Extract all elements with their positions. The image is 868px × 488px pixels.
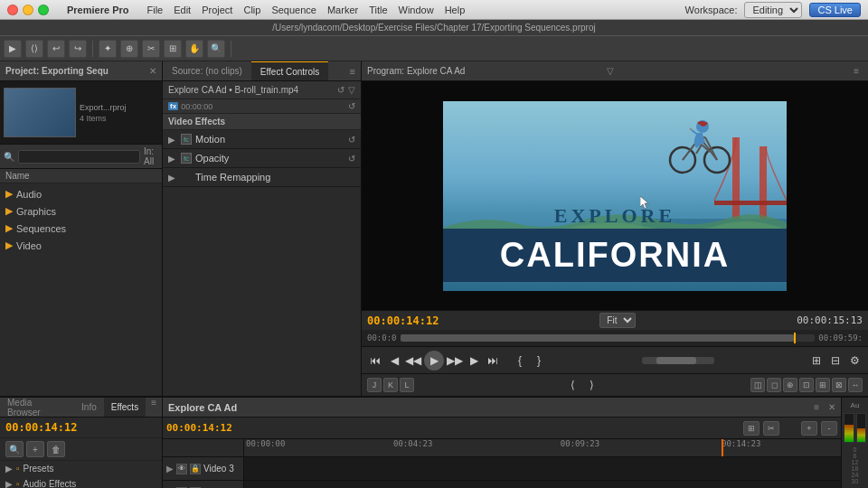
monitor-fit-select[interactable]: Fit [599,313,636,328]
effect-options-icon[interactable]: ▽ [348,85,355,95]
effect-controls-menu[interactable]: ≡ [344,66,361,77]
mark-out-btn[interactable]: } [531,352,547,369]
extra-btn-2[interactable]: ◻ [767,378,781,392]
folder-video[interactable]: ▶ Video [0,237,162,254]
timeline-menu-btn[interactable]: ≡ [814,402,819,412]
track-content-video3[interactable] [244,457,841,480]
toolbar-btn-6[interactable]: ⊕ [120,40,138,58]
tab-info[interactable]: Info [74,398,104,417]
mark-in-btn[interactable]: { [512,352,528,369]
step-forward-btn[interactable]: ⏭ [485,352,501,369]
motion-checkbox[interactable]: fc [181,134,192,145]
workspace-select[interactable]: Editing [744,2,802,18]
extra-btn-1[interactable]: ◫ [750,378,765,392]
toolbar-btn-8[interactable]: ⊞ [164,40,182,58]
folder-icon-audio: ▶ [5,188,13,200]
timeline-close-btn[interactable]: ✕ [828,402,835,412]
l-btn[interactable]: L [400,378,414,392]
toolbar-btn-3[interactable]: ↩ [47,40,65,58]
tab-effects-label: Effects [111,402,138,412]
effects-search-btn[interactable]: 🔍 [5,441,24,457]
project-search-input[interactable] [18,150,140,164]
extra-btn-5[interactable]: ⊞ [816,378,830,392]
k-btn[interactable]: K [383,378,398,392]
ruler-mark-3: 00:14:23 [722,439,760,448]
output-btn[interactable]: ⊟ [827,352,844,369]
menu-edit[interactable]: Edit [174,5,191,15]
settings-btn[interactable]: ⚙ [846,352,863,369]
monitor-menu-btn[interactable]: ≡ [854,66,859,76]
snap-btn[interactable]: ⊞ [743,421,760,436]
monitor-progress-track[interactable] [401,334,816,342]
tab-source[interactable]: Source: (no clips) [163,61,251,80]
prev-frame-btn[interactable]: ◀ [386,352,402,369]
next-frame-btn[interactable]: ▶ [466,352,482,369]
menu-project[interactable]: Project [202,5,232,15]
effect-controls-panel: Source: (no clips) Effect Controls ≡ Exp… [163,61,362,396]
opacity-reset-btn[interactable]: ↺ [348,154,355,164]
effect-row-time-remap[interactable]: ▶ Time Remapping [163,168,361,187]
close-button[interactable] [7,5,18,15]
trim-right-btn[interactable]: ⟩ [584,377,600,393]
j-btn[interactable]: J [367,378,382,392]
zoom-out-btn[interactable]: - [821,421,837,436]
fx-reset-btn[interactable]: ↺ [348,101,355,111]
extra-btn-6[interactable]: ⊠ [832,378,846,392]
trim-left-btn[interactable]: ⟨ [565,377,581,393]
razor-btn[interactable]: ✂ [763,421,779,436]
menu-marker[interactable]: Marker [327,5,358,15]
project-panel-close[interactable]: ✕ [149,66,156,76]
toolbar-btn-9[interactable]: ✋ [185,40,203,58]
cs-live-button[interactable]: CS Live [809,3,861,17]
effects-panel-menu[interactable]: ≡ [146,398,162,417]
menu-clip[interactable]: Clip [243,5,260,15]
extra-btn-7[interactable]: ↔ [848,378,863,392]
video3-name: Video 3 [203,464,240,474]
video3-expand[interactable]: ▶ [166,464,174,474]
effects-delete-btn[interactable]: 🗑 [47,441,65,457]
effects-tree-audio-effects[interactable]: ▶ ▫ Audio Effects [0,476,162,488]
effects-new-folder-btn[interactable]: + [26,441,44,457]
effect-row-motion[interactable]: ▶ fc Motion ↺ [163,130,361,149]
toolbar-btn-4[interactable]: ↪ [69,40,87,58]
zoom-in-btn[interactable]: + [801,421,817,436]
menu-title[interactable]: Title [369,5,387,15]
safe-margins-btn[interactable]: ⊞ [808,352,825,369]
folder-sequences[interactable]: ▶ Sequences [0,220,162,237]
toolbar-btn-10[interactable]: 🔍 [207,40,225,58]
maximize-button[interactable] [38,5,49,15]
audio-scrub-bar[interactable] [642,357,714,364]
effect-reset-icon[interactable]: ↺ [337,85,344,95]
play-btn[interactable]: ▶ [424,351,444,371]
motion-reset-btn[interactable]: ↺ [348,135,355,145]
tab-effect-controls[interactable]: Effect Controls [251,61,328,80]
menu-sequence[interactable]: Sequence [271,5,316,15]
tab-media-browser[interactable]: Media Browser [0,398,74,417]
track-content-video2[interactable] [244,481,841,488]
opacity-checkbox[interactable]: fc [181,153,192,164]
video3-eye[interactable]: 👁 [176,464,187,474]
folder-graphics[interactable]: ▶ Graphics [0,202,162,220]
video3-lock[interactable]: 🔒 [190,464,201,474]
play-reverse-btn[interactable]: ◀◀ [405,352,421,369]
extra-btn-4[interactable]: ⊡ [799,378,814,392]
effect-row-opacity[interactable]: ▶ fc Opacity ↺ [163,149,361,168]
toolbar-btn-1[interactable]: ▶ [4,40,22,58]
folder-audio[interactable]: ▶ Audio [0,185,162,202]
menu-window[interactable]: Window [399,5,434,15]
effects-tree-presets[interactable]: ▶ ▫ Presets [0,461,162,476]
play-forward-fast-btn[interactable]: ▶▶ [447,352,463,369]
menu-help[interactable]: Help [445,5,466,15]
toolbar-btn-7[interactable]: ✂ [142,40,160,58]
tab-media-browser-label: Media Browser [7,398,67,418]
step-back-btn[interactable]: ⏮ [367,352,383,369]
toolbar-btn-5[interactable]: ✦ [99,40,117,58]
minimize-button[interactable] [23,5,33,15]
extra-btn-3[interactable]: ⊕ [783,378,797,392]
menu-file[interactable]: File [146,5,163,15]
toolbar-btn-2[interactable]: ⟨⟩ [25,40,43,58]
tab-effects[interactable]: Effects [104,398,146,417]
folder-video-label: Video [16,240,42,251]
monitor-dropdown-btn[interactable]: ▽ [607,66,614,76]
file-path: /Users/lyndacom/Desktop/Exercise Files/C… [272,23,595,33]
